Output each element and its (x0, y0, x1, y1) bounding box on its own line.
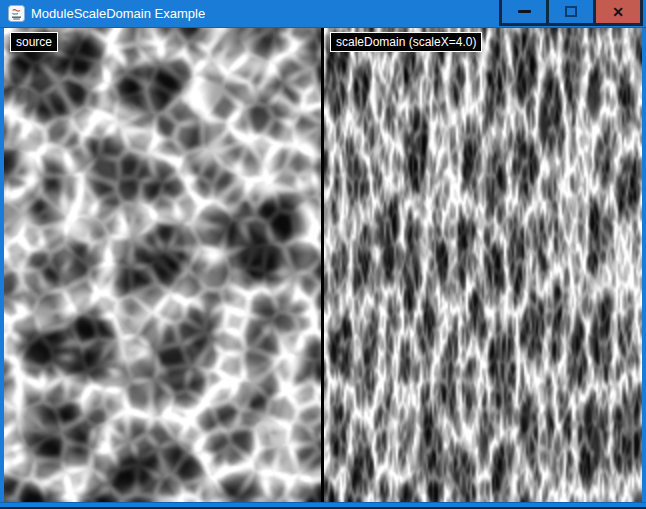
window-controls: ✕ (499, 0, 643, 26)
minimize-button[interactable] (499, 0, 546, 26)
maximize-button[interactable] (546, 0, 593, 26)
content-area: source scaleDomain (scaleX=4.0) (4, 28, 642, 502)
scaledomain-noise-image (324, 28, 642, 502)
source-noise-image (4, 28, 321, 502)
title-bar[interactable]: ModuleScaleDomain Example ✕ (0, 0, 646, 28)
java-app-icon (8, 5, 25, 22)
maximize-icon (565, 6, 577, 17)
scaledomain-label: scaleDomain (scaleX=4.0) (330, 32, 482, 52)
source-label: source (10, 32, 58, 52)
window-bottom-border (0, 502, 646, 509)
close-button[interactable]: ✕ (593, 0, 643, 26)
close-icon: ✕ (612, 5, 624, 19)
window-title: ModuleScaleDomain Example (31, 0, 205, 27)
scaledomain-panel: scaleDomain (scaleX=4.0) (324, 28, 642, 502)
app-window: ModuleScaleDomain Example ✕ source scale… (0, 0, 646, 509)
source-panel: source (4, 28, 321, 502)
minimize-icon (518, 10, 531, 13)
